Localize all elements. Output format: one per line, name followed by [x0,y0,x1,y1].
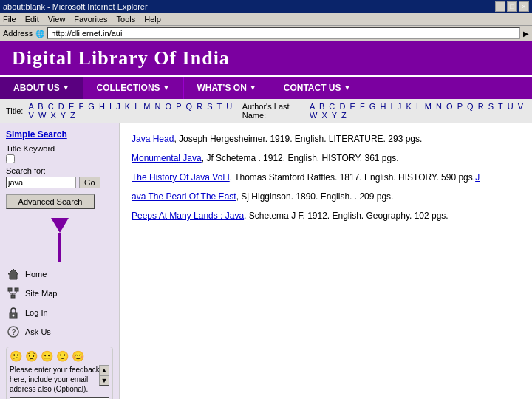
alpha-title-z[interactable]: Z [70,111,75,120]
alpha-title-h[interactable]: H [99,102,105,111]
alpha-author-q[interactable]: Q [467,102,474,111]
emoji-sad[interactable]: 😟 [25,350,38,362]
go-button[interactable]: Go [79,177,100,188]
alpha-author-m[interactable]: M [425,102,432,111]
alpha-title-l[interactable]: L [134,102,139,111]
alpha-author-o[interactable]: O [446,102,453,111]
alpha-title-p[interactable]: P [176,102,181,111]
address-icon: 🌐 [35,30,44,38]
alpha-title-c[interactable]: C [48,102,54,111]
alpha-author-z[interactable]: Z [341,111,347,120]
emoji-happy[interactable]: 🙂 [56,350,69,362]
go-arrow[interactable]: ▶ [523,30,529,38]
alpha-title-s[interactable]: S [207,102,212,111]
alpha-title-r[interactable]: R [197,102,202,111]
advanced-search-button[interactable]: Advanced Search [6,194,95,209]
menu-edit[interactable]: Edit [25,15,39,24]
alpha-author-b[interactable]: B [319,102,324,111]
result-link-4[interactable]: Peeps At Many Lands : Java [132,211,244,221]
alpha-title-b[interactable]: B [38,102,43,111]
alpha-author-x[interactable]: X [322,111,327,120]
result-link-0[interactable]: Java Head [132,134,174,144]
svg-text:?: ? [12,328,16,336]
alpha-title-y[interactable]: Y [61,111,66,120]
emoji-neutral[interactable]: 😐 [41,350,53,362]
alpha-author-g[interactable]: G [369,102,376,111]
result-link-3[interactable]: ava The Pearl Of The East [132,191,236,202]
alpha-title-o[interactable]: O [166,102,172,111]
menu-tools[interactable]: Tools [117,15,136,24]
title-alpha-links: A B C D E F G H I J K L M N O P Q R S T … [28,102,242,120]
maximize-button[interactable]: □ [507,1,517,12]
alpha-title-a[interactable]: A [28,102,33,111]
alpha-title-k[interactable]: K [125,102,130,111]
alpha-author-y[interactable]: Y [332,111,337,120]
menu-bar: File Edit View Favorites Tools Help [0,13,532,25]
menu-view[interactable]: View [48,15,66,24]
sidebar-nav-askus[interactable]: ? Ask Us [6,324,113,339]
alpha-title-e[interactable]: E [69,102,74,111]
scroll-down-button[interactable]: ▼ [99,375,109,386]
scroll-up-button[interactable]: ▲ [99,365,109,375]
alpha-author-l[interactable]: L [416,102,420,111]
alpha-author-u[interactable]: U [508,102,514,111]
sidebar-nav-login[interactable]: Log In [6,305,113,320]
alpha-title-d[interactable]: D [58,102,64,111]
nav-collections-arrow: ▼ [163,84,170,92]
emoji-confused[interactable]: 😕 [10,350,22,362]
result-link-2[interactable]: The History Of Java Vol I [132,172,230,183]
site-title: Digital Library Of India [12,47,520,69]
simple-search-link[interactable]: Simple Search [6,129,113,140]
alpha-author-f[interactable]: F [360,102,365,111]
alpha-title-g[interactable]: G [88,102,95,111]
alpha-author-k[interactable]: K [406,102,411,111]
alpha-author-v[interactable]: V [518,102,523,111]
alpha-author-p[interactable]: P [457,102,463,111]
alpha-title-j[interactable]: J [116,102,120,111]
alpha-title-q[interactable]: Q [185,102,192,111]
menu-file[interactable]: File [3,15,16,24]
alpha-title-x[interactable]: X [50,111,55,120]
alpha-title-m[interactable]: M [143,102,150,111]
alpha-title-v[interactable]: V [28,111,33,120]
alpha-author-j[interactable]: J [398,102,402,111]
alpha-title-w[interactable]: W [38,111,46,120]
sidebar-nav-sitemap[interactable]: Site Map [6,286,113,301]
minimize-button[interactable]: _ [495,1,505,12]
alpha-author-a[interactable]: A [310,102,315,111]
emoji-very-happy[interactable]: 😊 [72,350,84,362]
menu-help[interactable]: Help [144,15,161,24]
alpha-title-u[interactable]: U [226,102,232,111]
search-input-row: Go [6,177,113,188]
alpha-title-f[interactable]: F [78,102,83,111]
alpha-author-s[interactable]: S [488,102,494,111]
site-header: Digital Library Of India [0,41,532,75]
alpha-author-i[interactable]: I [391,102,393,111]
sidebar-nav-home[interactable]: Home [6,267,113,282]
result-link-2b[interactable]: J [475,172,480,183]
alpha-author-w[interactable]: W [310,111,317,120]
address-input[interactable] [47,27,520,39]
alpha-title-t[interactable]: T [217,102,222,111]
alpha-author-r[interactable]: R [478,102,484,111]
lock-icon [6,305,21,320]
nav-collections[interactable]: COLLECTIONS ▼ [83,77,184,99]
nav-about-us[interactable]: ABOUT US ▼ [0,77,83,99]
nav-whats-on[interactable]: WHAT'S ON ▼ [184,77,270,99]
alpha-author-h[interactable]: H [381,102,386,111]
alpha-title-i[interactable]: I [109,102,112,111]
alpha-author-t[interactable]: T [498,102,503,111]
alpha-author-c[interactable]: C [329,102,335,111]
alpha-author-d[interactable]: D [339,102,345,111]
alpha-title-n[interactable]: N [154,102,160,111]
close-button[interactable]: × [519,1,529,12]
nav-contact-us[interactable]: CONTACT US ▼ [270,77,365,99]
result-link-1[interactable]: Monumental Java [132,153,202,163]
search-input[interactable] [6,177,76,188]
title-keyword-checkbox[interactable] [6,154,15,163]
menu-favorites[interactable]: Favorites [74,15,107,24]
nav-about-us-arrow: ▼ [63,84,69,92]
alpha-author-n[interactable]: N [436,102,442,111]
sitemap-icon [6,286,21,301]
alpha-author-e[interactable]: E [350,102,355,111]
